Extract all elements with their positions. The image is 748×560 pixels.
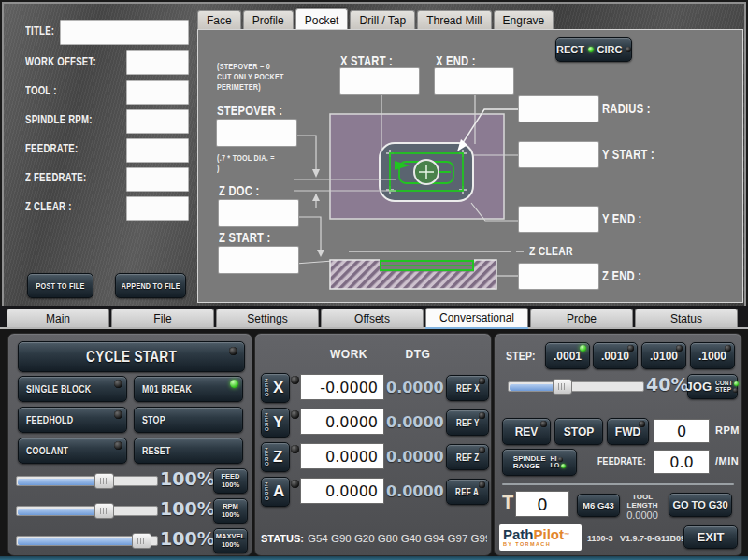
ref-a-led xyxy=(479,481,485,488)
tab-engrave[interactable]: Engrave xyxy=(494,10,554,29)
step-0010-led xyxy=(627,345,634,352)
rect-label: RECT xyxy=(556,44,584,55)
tab-pocket[interactable]: Pocket xyxy=(295,8,349,29)
m01-break-led xyxy=(230,380,238,388)
z-feedrate-input[interactable] xyxy=(126,167,189,192)
feedhold-button[interactable]: FEEDHOLD xyxy=(18,407,127,433)
stop-button[interactable]: STOP xyxy=(134,407,243,433)
ref-x-led xyxy=(479,378,485,384)
y-end-label: Y END : xyxy=(602,211,652,226)
tool-number-value[interactable]: 0 xyxy=(515,491,569,517)
ref-z-button[interactable]: REF Z xyxy=(446,444,489,470)
ref-x-button[interactable]: REF X xyxy=(446,375,489,401)
maxvel-slider-thumb[interactable] xyxy=(132,533,151,549)
tab-thread-mill[interactable]: Thread Mill xyxy=(417,10,491,29)
single-block-button[interactable]: SINGLE BLOCK xyxy=(18,376,127,402)
feed-override-button[interactable]: FEED 100% xyxy=(213,468,248,494)
x-start-input[interactable] xyxy=(340,68,419,94)
work-offset-input[interactable] xyxy=(126,50,189,75)
tab-main[interactable]: Main xyxy=(7,309,109,327)
go-to-g30-button[interactable]: GO TO G30 xyxy=(669,493,732,517)
spindle-stop-button[interactable]: STOP xyxy=(554,418,603,445)
coolant-led xyxy=(114,441,122,450)
spindle-rpm-input[interactable] xyxy=(126,109,189,134)
tab-profile[interactable]: Profile xyxy=(243,10,294,29)
z-doc-label: Z DOC : xyxy=(219,183,269,198)
zero-a-button[interactable]: ZEROA xyxy=(261,477,290,507)
rpm-slider-thumb[interactable] xyxy=(94,503,114,519)
step-0100-button[interactable]: .0100 xyxy=(641,342,686,369)
pathpilot-logo: PathPilot™ BY TORMACH xyxy=(499,524,582,551)
feed-slider-thumb[interactable] xyxy=(94,473,114,489)
ref-a-button[interactable]: REF A xyxy=(446,479,489,505)
y-start-label: Y START : xyxy=(602,147,668,162)
tab-offsets[interactable]: Offsets xyxy=(321,309,424,327)
spindle-feedrate-value[interactable]: 0.0 xyxy=(654,450,710,474)
y-work-value[interactable]: 0.0000 xyxy=(300,409,384,435)
radius-input[interactable] xyxy=(519,96,598,122)
maxvel-override-slider[interactable] xyxy=(16,535,158,547)
divider xyxy=(502,483,734,485)
y-start-input[interactable] xyxy=(519,142,598,167)
cycle-start-button[interactable]: CYCLE START xyxy=(18,341,245,372)
m6-g43-button[interactable]: M6 G43 xyxy=(577,494,620,517)
x-work-value[interactable]: -0.0000 xyxy=(300,374,384,400)
a-dtg-value: 0.0000 xyxy=(386,482,440,500)
rect-circ-toggle[interactable]: RECT CIRC xyxy=(555,37,632,62)
tool-input[interactable] xyxy=(126,80,189,105)
maxvel-override-button[interactable]: MAXVEL 100% xyxy=(213,528,248,553)
tab-file[interactable]: File xyxy=(111,309,214,327)
spindle-lo-led xyxy=(561,464,566,468)
jog-slider-thumb[interactable] xyxy=(553,379,572,395)
zero-x-button[interactable]: ZEROX xyxy=(261,373,290,403)
a-work-value[interactable]: 0.0000 xyxy=(300,478,384,504)
circ-label: CIRC xyxy=(597,44,623,55)
z-clear-input[interactable] xyxy=(126,196,189,221)
x-end-input[interactable] xyxy=(435,68,513,94)
stepover-note-line3: PERIMETER) xyxy=(217,82,272,92)
title-input[interactable] xyxy=(60,20,189,45)
jog-speed-slider[interactable] xyxy=(508,381,644,393)
feed-override-slider[interactable] xyxy=(16,475,158,487)
ref-y-led xyxy=(479,412,485,419)
rpm-override-slider[interactable] xyxy=(16,505,158,517)
z-end-label: Z END : xyxy=(602,268,652,283)
stepover-input[interactable] xyxy=(217,120,296,146)
y-end-input[interactable] xyxy=(519,207,598,232)
tab-probe[interactable]: Probe xyxy=(530,309,633,327)
z-start-input[interactable] xyxy=(219,247,298,273)
jog-slider-track[interactable] xyxy=(508,381,644,392)
append-to-file-button[interactable]: APPEND TO FILE xyxy=(115,273,186,298)
z-end-input[interactable] xyxy=(519,264,598,289)
spindle-rpm-value[interactable]: 0 xyxy=(654,419,710,443)
jog-cont-step-button[interactable]: JOG CONT STEP xyxy=(687,374,738,399)
feedrate-input[interactable] xyxy=(126,138,189,163)
tab-face[interactable]: Face xyxy=(197,10,241,29)
m01-break-button[interactable]: M01 BREAK xyxy=(134,376,243,402)
step-1000-button[interactable]: .1000 xyxy=(690,342,735,369)
step-0001-button[interactable]: .0001 xyxy=(545,342,590,369)
spindle-fwd-button[interactable]: FWD xyxy=(607,418,649,445)
zero-y-button[interactable]: ZEROY xyxy=(261,408,290,438)
tab-status[interactable]: Status xyxy=(635,309,738,327)
rpm-override-button[interactable]: RPM 100% xyxy=(213,498,248,524)
z-work-value[interactable]: 0.0000 xyxy=(300,443,384,469)
z-doc-input[interactable] xyxy=(219,200,298,226)
feed-slider-track[interactable] xyxy=(16,476,158,486)
ref-y-button[interactable]: REF Y xyxy=(446,409,489,436)
step-0010-button[interactable]: .0010 xyxy=(593,342,638,369)
machine-model: 1100-3 xyxy=(587,534,613,543)
rpm-slider-track[interactable] xyxy=(16,506,158,516)
tab-conversational[interactable]: Conversational xyxy=(425,308,528,327)
status-label: STATUS: xyxy=(261,533,304,544)
tool-dia-note-line1: (.7 * TOOL DIA. = xyxy=(217,153,289,163)
tab-drill-tap[interactable]: Drill / Tap xyxy=(350,10,415,29)
spindle-range-button[interactable]: SPINDLE RANGE HI LO xyxy=(502,449,577,476)
spindle-rev-button[interactable]: REV xyxy=(502,418,551,445)
tab-settings[interactable]: Settings xyxy=(216,309,319,327)
zero-z-button[interactable]: ZEROZ xyxy=(261,442,290,472)
exit-button[interactable]: EXIT xyxy=(683,525,738,549)
reset-button[interactable]: RESET xyxy=(134,438,243,464)
coolant-button[interactable]: COOLANT xyxy=(18,438,127,464)
post-to-file-button[interactable]: POST TO FILE xyxy=(27,273,94,298)
